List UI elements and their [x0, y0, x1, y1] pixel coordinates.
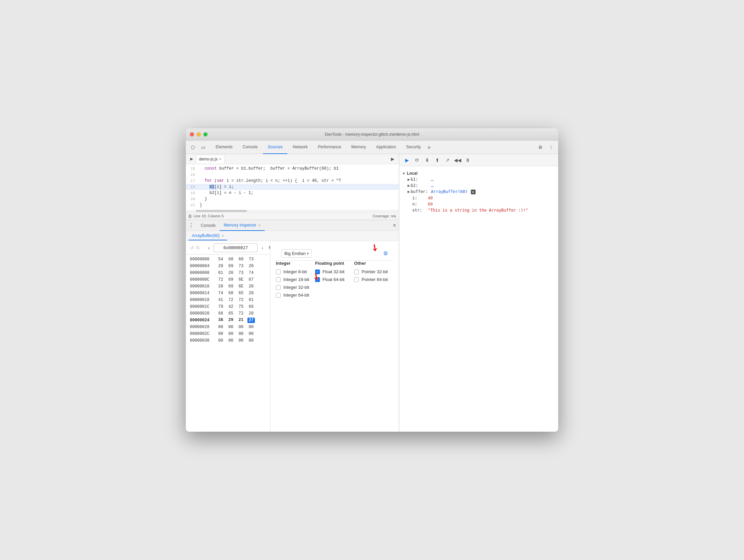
mem-row-8: 00000020 66 65 72 20 f e: [190, 310, 266, 317]
bottom-tabs: ⋮ Console Memory Inspector × ×: [186, 220, 399, 231]
pointer-32bit-item: Pointer 32-bit: [354, 269, 393, 274]
file-tab-close[interactable]: ×: [219, 157, 221, 161]
integer-64bit-label: Integer 64-bit: [283, 293, 309, 298]
tab-performance[interactable]: Performance: [313, 141, 346, 154]
minimize-button[interactable]: [197, 132, 201, 136]
history-forward-button[interactable]: ↻: [196, 244, 200, 252]
more-tabs-button[interactable]: »: [428, 144, 431, 150]
titlebar: DevTools - memory-inspector.glitch.me/de…: [186, 128, 558, 141]
customize-icon[interactable]: ⋮: [547, 143, 555, 152]
right-panel: ▶ ⟳ ⬇ ⬆ ↗ ◀◀ ⏸ ▼ Local ▶ b1:: [399, 154, 558, 432]
integer-32bit-checkbox[interactable]: [276, 285, 281, 290]
other-header: Other: [354, 261, 393, 266]
tab-memory[interactable]: Memory: [347, 141, 371, 154]
tab-elements[interactable]: Elements: [211, 141, 237, 154]
nav-icons: ⬡ ▭: [189, 143, 207, 152]
float-32bit-item: Float 32-bit: [315, 269, 354, 274]
mem-row-0: 00000000 54 68 69 73 T h: [190, 256, 266, 263]
integer-8bit-checkbox[interactable]: [276, 270, 281, 274]
mem-addr: 00000000: [190, 257, 217, 262]
integer-64bit-checkbox[interactable]: [276, 293, 281, 298]
mem-bytes: 54 68 69 73: [217, 257, 270, 262]
step-button[interactable]: ↗: [443, 155, 452, 165]
history-back-button[interactable]: ↺: [190, 244, 194, 252]
integer-16bit-label: Integer 16-bit: [283, 277, 309, 282]
value-columns: Integer Integer 8-bit Integer 16-bit: [276, 261, 393, 300]
address-input[interactable]: [214, 243, 258, 252]
code-horizontal-scrollbar[interactable]: [186, 210, 399, 212]
array-buffer-tab[interactable]: ArrayBuffer(60) ×: [189, 232, 227, 240]
integer-column: Integer Integer 8-bit Integer 16-bit: [276, 261, 315, 300]
code-line-21: 21 }: [186, 202, 399, 208]
float-64bit-label: Float 64-bit: [323, 277, 345, 282]
mem-row-7: 0000001C 79 42 75 66 y B: [190, 303, 266, 310]
device-icon[interactable]: ▭: [199, 143, 207, 152]
pointer-32bit-label: Pointer 32-bit: [362, 269, 388, 274]
mem-row-1: 00000004 20 69 73 20 i: [190, 263, 266, 270]
code-line-17: 17 for (var i = str.length; i < n; ++i) …: [186, 178, 399, 184]
status-bar: {} Line 18, Column 5 Coverage: n/a: [186, 212, 399, 220]
mem-row-4: 00000010 20 69 6E 20 i: [190, 283, 266, 290]
next-address-button[interactable]: ›: [258, 244, 266, 252]
code-line-15: 15 const buffer = b1.buffer; buffer = Ar…: [186, 166, 399, 172]
float-64bit-item: Float 64-bit: [315, 277, 354, 282]
memory-inspector-tab-close[interactable]: ×: [258, 223, 260, 227]
integer-32bit-item: Integer 32-bit: [276, 285, 315, 290]
left-panel: ▶ demo-js.js × ▶ 15 const buffer = b1.bu…: [186, 154, 399, 432]
memory-inspector-inner: ↺ ↻ ‹ › ↻ 00000000: [186, 241, 399, 432]
settings-icon[interactable]: ⚙: [536, 143, 545, 152]
tab-console-bottom[interactable]: Console: [197, 220, 220, 231]
nav-right-icons: ⚙ ⋮: [536, 143, 555, 152]
traffic-lights: [190, 132, 207, 136]
code-line-18: 18 b1[i] = i;: [186, 184, 399, 190]
scope-local-header[interactable]: ▼ Local: [402, 170, 555, 176]
settings-gear-icon[interactable]: ⚙: [383, 250, 388, 257]
resume-button[interactable]: ▶: [402, 155, 412, 165]
endian-selector[interactable]: Big Endian ▾: [281, 249, 312, 258]
scope-item-str: str: "This is a string in the ArrayBuffe…: [402, 207, 555, 213]
close-button[interactable]: [190, 132, 194, 136]
coverage-info: Coverage: n/a: [373, 214, 396, 218]
tab-sources[interactable]: Sources: [263, 141, 287, 154]
maximize-button[interactable]: [203, 132, 207, 136]
pause-on-exceptions-button[interactable]: ⏸: [463, 155, 473, 165]
tab-memory-inspector[interactable]: Memory Inspector ×: [220, 220, 264, 231]
file-tab[interactable]: demo-js.js ×: [196, 155, 224, 164]
tab-console[interactable]: Console: [238, 141, 262, 154]
array-buffer-close[interactable]: ×: [222, 234, 224, 238]
floating-column: ➘ Floating point Float 32-bit Float 64-b…: [315, 261, 354, 300]
highlighted-byte: 27: [247, 318, 255, 323]
file-tabs: ▶ demo-js.js × ▶: [186, 154, 399, 164]
integer-64bit-item: Integer 64-bit: [276, 293, 315, 298]
step-out-button[interactable]: ⬆: [433, 155, 442, 165]
mem-row-3: 0000000C 72 69 6E 67 r i: [190, 276, 266, 283]
pointer-64bit-label: Pointer 64-bit: [362, 277, 388, 282]
close-panel-button[interactable]: ×: [393, 222, 396, 229]
pointer-64bit-item: Pointer 64-bit: [354, 277, 393, 282]
float-64bit-checkbox[interactable]: [315, 277, 320, 282]
file-run-button[interactable]: ▶: [389, 156, 396, 163]
integer-32bit-label: Integer 32-bit: [283, 285, 309, 290]
dropdown-arrow-icon: ▾: [307, 252, 309, 255]
tab-network[interactable]: Network: [288, 141, 312, 154]
integer-8bit-item: Integer 8-bit: [276, 269, 315, 274]
step-over-button[interactable]: ⟳: [412, 155, 422, 165]
more-panels-icon[interactable]: ⋮: [189, 222, 194, 229]
integer-header: Integer: [276, 261, 315, 266]
pointer-64bit-checkbox[interactable]: [354, 277, 359, 282]
code-lines: 15 const buffer = b1.buffer; buffer = Ar…: [186, 164, 399, 210]
pointer-32bit-checkbox[interactable]: [354, 270, 359, 274]
pretty-print-icon[interactable]: {}: [189, 214, 192, 218]
scrollbar-thumb: [196, 210, 247, 212]
deactivate-breakpoints-button[interactable]: ◀◀: [453, 155, 462, 165]
float-32bit-checkbox[interactable]: [315, 270, 320, 274]
devtools-main: ▶ demo-js.js × ▶ 15 const buffer = b1.bu…: [186, 154, 558, 432]
integer-16bit-checkbox[interactable]: [276, 277, 281, 282]
step-into-button[interactable]: ⬇: [422, 155, 432, 165]
file-nav-icon[interactable]: ▶: [189, 156, 195, 162]
cursor-icon[interactable]: ⬡: [189, 143, 197, 152]
tab-security[interactable]: Security: [401, 141, 425, 154]
prev-address-button[interactable]: ‹: [205, 244, 213, 252]
scope-item-b1: ▶ b1: …: [402, 176, 555, 182]
tab-application[interactable]: Application: [371, 141, 401, 154]
